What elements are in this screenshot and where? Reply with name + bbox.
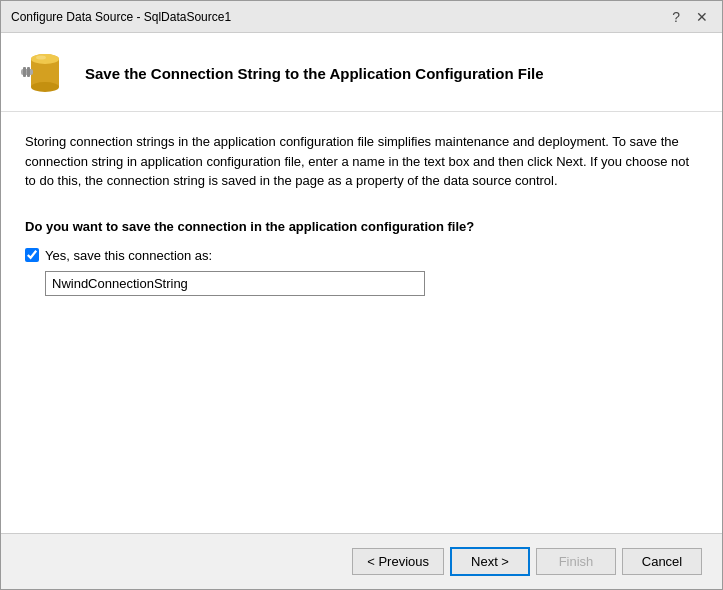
help-button[interactable]: ? — [668, 10, 684, 24]
connection-name-input[interactable] — [45, 271, 425, 296]
configure-datasource-window: Configure Data Source - SqlDataSource1 ?… — [0, 0, 723, 590]
title-bar-left: Configure Data Source - SqlDataSource1 — [11, 10, 231, 24]
header-icon — [21, 49, 69, 97]
question-label: Do you want to save the connection in th… — [25, 219, 698, 234]
dialog-content: Save the Connection String to the Applic… — [1, 33, 722, 589]
header-section: Save the Connection String to the Applic… — [1, 33, 722, 112]
save-connection-checkbox[interactable] — [25, 248, 39, 262]
main-area: Storing connection strings in the applic… — [1, 112, 722, 533]
close-button[interactable]: ✕ — [692, 10, 712, 24]
finish-button[interactable]: Finish — [536, 548, 616, 575]
svg-rect-6 — [23, 67, 26, 77]
svg-point-4 — [36, 56, 46, 60]
checkbox-row: Yes, save this connection as: — [25, 248, 698, 263]
next-button[interactable]: Next > — [450, 547, 530, 576]
cancel-button[interactable]: Cancel — [622, 548, 702, 575]
title-bar-right: ? ✕ — [668, 10, 712, 24]
footer: < Previous Next > Finish Cancel — [1, 533, 722, 589]
previous-button[interactable]: < Previous — [352, 548, 444, 575]
svg-point-3 — [31, 54, 59, 64]
title-bar: Configure Data Source - SqlDataSource1 ?… — [1, 1, 722, 33]
header-title: Save the Connection String to the Applic… — [85, 65, 544, 82]
checkbox-label: Yes, save this connection as: — [45, 248, 212, 263]
window-title: Configure Data Source - SqlDataSource1 — [11, 10, 231, 24]
svg-point-2 — [31, 82, 59, 92]
description-text: Storing connection strings in the applic… — [25, 132, 698, 191]
svg-rect-7 — [27, 67, 30, 77]
database-icon — [21, 49, 69, 97]
